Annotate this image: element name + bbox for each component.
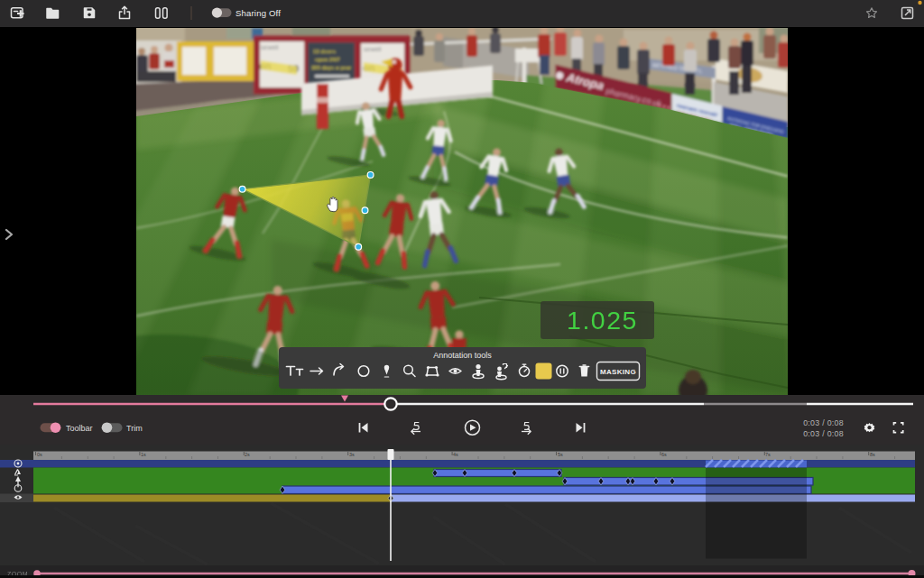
svg-text:sewell: sewell [364,46,382,52]
svg-text:Toolbar: Toolbar [66,424,93,433]
svg-text:sewell: sewell [261,44,279,50]
svg-text:3s: 3s [349,452,355,457]
svg-text:8s: 8s [870,452,875,457]
svg-text:7s: 7s [765,452,771,457]
svg-text:2s: 2s [245,452,250,457]
svg-text:0:03 / 0:08: 0:03 / 0:08 [803,418,844,427]
svg-text:open 24/7: open 24/7 [315,57,340,62]
svg-text:6s: 6s [661,452,667,457]
svg-text:Trim: Trim [126,424,143,433]
svg-text:5s: 5s [558,452,563,457]
svg-text:4s: 4s [453,452,458,457]
svg-text:0:03 / 0:08: 0:03 / 0:08 [803,429,844,438]
svg-text:13 doors: 13 doors [313,49,337,54]
svg-text:0s: 0s [37,452,42,457]
svg-text:MASKING: MASKING [600,368,636,376]
svg-text:365 days a year: 365 days a year [311,65,352,70]
svg-text:1s: 1s [141,452,146,457]
svg-text:Sharing Off: Sharing Off [236,8,281,18]
